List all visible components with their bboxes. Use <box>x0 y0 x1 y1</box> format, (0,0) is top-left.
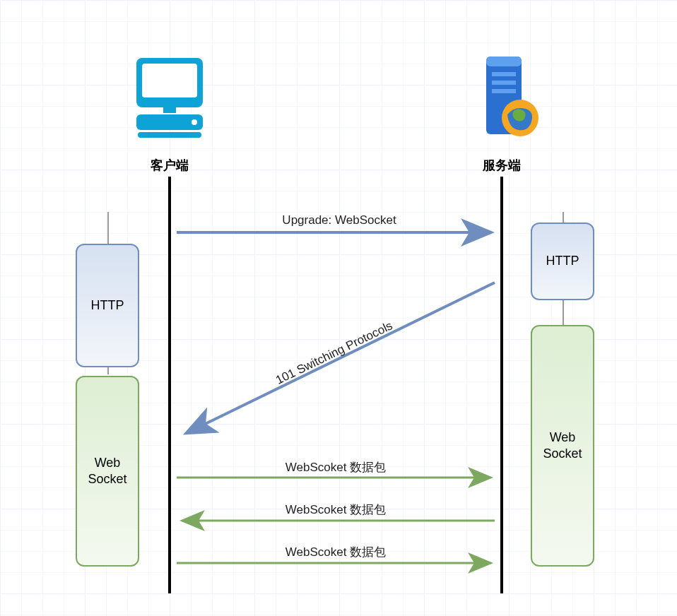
server-http-label: HTTP <box>546 253 579 269</box>
server-icon <box>458 51 550 143</box>
server-lifeline <box>500 177 503 593</box>
svg-rect-9 <box>492 81 516 85</box>
server-ws-label: Web Socket <box>543 430 582 463</box>
data1-arrow-label: WebScoket 数据包 <box>258 459 413 475</box>
svg-rect-3 <box>138 132 201 138</box>
client-computer-icon <box>124 51 216 143</box>
server-label: 服务端 <box>473 157 530 174</box>
client-ws-box: Web Socket <box>76 376 139 567</box>
client-http-box: HTTP <box>76 244 139 367</box>
upgrade-arrow-label: Upgrade: WebSocket <box>247 213 431 227</box>
diagram-canvas: 客户端 服务端 HTTP Web Socket HTTP Web Socket <box>0 0 677 616</box>
client-http-label: HTTP <box>91 297 124 314</box>
client-lifeline <box>168 177 171 593</box>
server-http-box: HTTP <box>531 223 594 300</box>
data2-arrow-label: WebScoket 数据包 <box>258 502 413 518</box>
server-ws-box: Web Socket <box>531 325 594 567</box>
client-label: 客户端 <box>141 157 198 174</box>
data3-arrow-label: WebScoket 数据包 <box>258 544 413 560</box>
svg-rect-5 <box>163 107 176 113</box>
svg-rect-10 <box>492 89 516 93</box>
svg-rect-8 <box>492 72 516 76</box>
svg-rect-1 <box>142 64 197 97</box>
client-ws-label: Web Socket <box>88 455 126 488</box>
switching-arrow-label: 101 Switching Protocols <box>258 312 410 396</box>
svg-point-4 <box>192 119 197 125</box>
svg-rect-7 <box>486 57 522 66</box>
